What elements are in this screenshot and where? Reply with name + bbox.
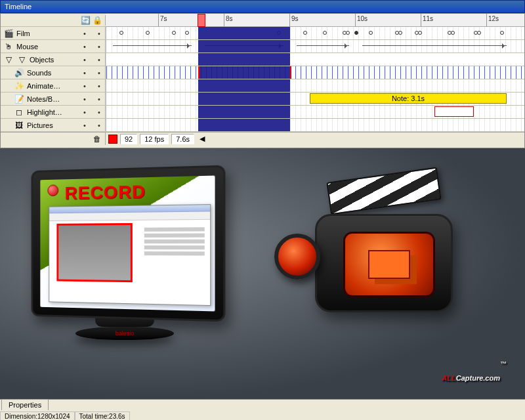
track-icon: 🖼 — [14, 120, 24, 131]
track-name: Mouse — [16, 43, 38, 51]
track-vis-dot[interactable]: • — [79, 69, 91, 77]
tick-11s: 11s — [421, 14, 433, 27]
track-vis-dot[interactable]: • — [79, 108, 91, 116]
timeline-status-row: 🗑 92 12 fps 7.6s ◀ — [1, 132, 524, 145]
track-lane[interactable] — [106, 27, 524, 39]
track-row-pictures[interactable]: 🖼 Pictures • • — [1, 119, 524, 132]
trash-icon[interactable]: 🗑 — [92, 134, 102, 144]
record-label: RECORD — [65, 181, 146, 203]
track-name: Highlight… — [27, 108, 62, 116]
track-icon: ◻ — [14, 107, 24, 117]
track-name: Pictures — [27, 121, 53, 129]
track-label[interactable]: 🎬 Film • • — [1, 27, 106, 39]
bottom-panel: Properties Dimension:1280x1024 Total tim… — [0, 399, 525, 420]
track-name: Notes/B… — [27, 95, 60, 103]
trademark: ™ — [500, 360, 507, 368]
track-vis-dot[interactable]: • — [79, 30, 91, 37]
camera-graphic — [289, 188, 472, 339]
track-name: Sounds — [27, 69, 51, 77]
track-icon: 🎬 — [3, 28, 14, 39]
track-name: Objects — [30, 56, 54, 64]
track-vis-dot[interactable]: • — [79, 95, 91, 103]
track-icon: 📝 — [14, 94, 24, 104]
promo-artwork: RECORD balesio — [0, 148, 525, 399]
track-row-objects[interactable]: ▽ ▽ Objects • • — [1, 53, 524, 66]
track-label[interactable]: ◻ Highlight… • • — [1, 106, 106, 118]
track-label[interactable]: 🖱 Mouse • • — [1, 40, 106, 52]
timeline-panel: 🔄 🔒 7s 8s 9s 10s 11s 12s 🎬 Film — [0, 13, 525, 148]
track-vis-dot[interactable]: • — [79, 82, 91, 90]
track-label[interactable]: ✨ Animate… • • — [1, 79, 106, 92]
fps-display: 12 fps — [140, 134, 169, 144]
track-icon: 🖱 — [3, 41, 14, 52]
track-lock-dot[interactable]: • — [93, 82, 105, 90]
track-row-film[interactable]: 🎬 Film • • — [1, 27, 524, 40]
track-lock-dot[interactable]: • — [93, 56, 105, 64]
track-vis-dot[interactable]: • — [79, 121, 91, 129]
current-time: 7.6s — [171, 134, 194, 144]
highlight-clip[interactable] — [434, 106, 474, 117]
track-lock-dot[interactable]: • — [93, 30, 105, 37]
browser-mock — [49, 204, 211, 306]
stat-dimension: Dimension:1280x1024 — [0, 411, 75, 421]
track-lane[interactable] — [106, 40, 524, 52]
current-frame: 92 — [120, 134, 137, 144]
lock-icon[interactable]: 🔒 — [92, 15, 102, 26]
track-name: Film — [16, 30, 30, 37]
track-lock-dot[interactable]: • — [93, 121, 105, 129]
note-clip[interactable]: Note: 3.1s — [310, 93, 507, 104]
disclosure-triangle-icon[interactable]: ▽ — [3, 54, 14, 65]
track-vis-dot[interactable]: • — [79, 43, 91, 51]
tab-properties[interactable]: Properties — [1, 399, 49, 410]
track-lock-dot[interactable]: • — [93, 43, 105, 51]
track-row-mouse[interactable]: 🖱 Mouse • • — [1, 40, 524, 53]
track-lane[interactable] — [106, 79, 524, 92]
track-row-highlight[interactable]: ◻ Highlight… • • — [1, 106, 524, 119]
track-icon: ▽ — [16, 54, 27, 65]
timeline-title: Timeline — [5, 3, 32, 10]
camera-lens-icon — [274, 234, 320, 280]
scroll-left-icon[interactable]: ◀ — [200, 135, 205, 143]
brand-part-2: Capture.com — [456, 374, 500, 382]
selection-marker-icon — [108, 135, 117, 144]
track-icon: 🔊 — [14, 68, 24, 78]
track-row-sounds[interactable]: 🔊 Sounds • • — [1, 66, 524, 79]
tick-9s: 9s — [289, 14, 299, 27]
track-label[interactable]: 🔊 Sounds • • — [1, 66, 106, 79]
snap-icon[interactable]: 🔄 — [80, 15, 91, 26]
track-row-notesb[interactable]: 📝 Notes/B… • • Note: 3.1s — [1, 93, 524, 106]
track-lane[interactable] — [106, 106, 524, 118]
playhead[interactable] — [198, 14, 205, 27]
stat-total-time: Total time:23.6s — [75, 411, 130, 421]
record-dot-icon — [47, 184, 58, 196]
tick-12s: 12s — [486, 14, 499, 27]
brand-logo: ALLCapture.com™ — [442, 360, 507, 386]
brand-part-1: ALL — [442, 374, 455, 382]
track-lock-dot[interactable]: • — [93, 95, 105, 103]
track-lock-dot[interactable]: • — [93, 69, 105, 77]
track-lane[interactable] — [106, 66, 524, 79]
track-vis-dot[interactable]: • — [79, 56, 91, 64]
track-lock-dot[interactable]: • — [93, 108, 105, 116]
timeline-header-row: 🔄 🔒 7s 8s 9s 10s 11s 12s — [1, 14, 524, 27]
tick-10s: 10s — [355, 14, 368, 27]
tick-8s: 8s — [224, 14, 233, 27]
timeline-titlebar: Timeline — [0, 0, 525, 13]
track-label[interactable]: 🖼 Pictures • • — [1, 119, 106, 131]
track-row-animate[interactable]: ✨ Animate… • • — [1, 79, 524, 93]
camera-screen — [343, 232, 435, 297]
track-icon: ✨ — [14, 81, 24, 91]
monitor-graphic: RECORD balesio — [26, 168, 223, 345]
track-lane[interactable]: Note: 3.1s — [106, 93, 524, 105]
tick-7s: 7s — [158, 14, 167, 27]
track-name: Animate… — [27, 82, 60, 90]
track-lane[interactable] — [106, 53, 524, 66]
clapper-icon — [326, 167, 441, 215]
track-label[interactable]: 📝 Notes/B… • • — [1, 93, 106, 105]
time-ruler[interactable]: 7s 8s 9s 10s 11s 12s — [106, 14, 524, 27]
monitor-brand: balesio — [75, 327, 174, 340]
track-lane[interactable] — [106, 119, 524, 131]
video-frame — [56, 223, 132, 282]
track-label[interactable]: ▽ ▽ Objects • • — [1, 53, 106, 66]
